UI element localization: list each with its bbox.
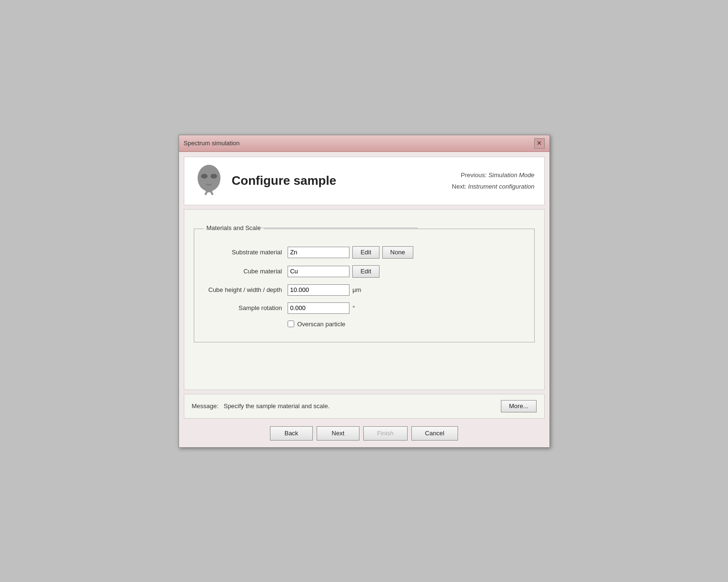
svg-line-5	[211, 191, 213, 195]
form-grid: Substrate material Edit None Cube materi…	[209, 246, 520, 328]
substrate-label: Substrate material	[209, 249, 282, 256]
substrate-edit-button[interactable]: Edit	[352, 246, 379, 259]
header-panel: Configure sample Previous: Simulation Mo…	[184, 157, 545, 205]
previous-label: Previous:	[461, 171, 487, 179]
rotation-unit: °	[352, 304, 355, 311]
bottom-buttons: Back Next Finish Cancel	[184, 422, 545, 442]
overscan-controls: Overscan particle	[288, 321, 519, 328]
cube-material-edit-button[interactable]: Edit	[352, 265, 379, 278]
next-value: Instrument configuration	[468, 183, 534, 190]
svg-point-0	[198, 165, 220, 191]
previous-value: Simulation Mode	[489, 171, 535, 179]
materials-section: Materials and Scale Substrate material E…	[194, 229, 535, 342]
window-title: Spectrum simulation	[184, 140, 240, 147]
content-panel: Materials and Scale Substrate material E…	[184, 209, 545, 390]
cancel-button[interactable]: Cancel	[411, 426, 458, 441]
finish-button[interactable]: Finish	[363, 426, 408, 441]
more-button[interactable]: More...	[501, 400, 536, 412]
substrate-controls: Edit None	[288, 246, 519, 259]
cube-dim-unit: μm	[352, 286, 361, 293]
spectrum-simulation-window: Spectrum simulation ✕ Configure sample	[179, 135, 550, 448]
message-panel: Message: Specify the sample material and…	[184, 394, 545, 419]
cube-material-input[interactable]	[288, 266, 349, 277]
substrate-input[interactable]	[288, 247, 349, 258]
cube-material-controls: Edit	[288, 265, 519, 278]
rotation-input[interactable]	[288, 302, 349, 314]
rotation-label: Sample rotation	[209, 304, 282, 311]
overscan-checkbox[interactable]	[288, 321, 294, 327]
close-button[interactable]: ✕	[534, 138, 545, 149]
rotation-controls: °	[288, 302, 519, 314]
section-legend: Materials and Scale	[204, 224, 264, 231]
window-body: Configure sample Previous: Simulation Mo…	[179, 152, 549, 447]
message-content: Specify the sample material and scale.	[224, 402, 330, 410]
message-prefix: Message:	[192, 402, 219, 410]
cube-material-label: Cube material	[209, 268, 282, 275]
svg-line-4	[205, 191, 207, 195]
svg-point-2	[210, 174, 217, 179]
previous-nav: Previous: Simulation Mode	[452, 170, 534, 181]
page-title: Configure sample	[232, 173, 337, 188]
cube-dim-input[interactable]	[288, 284, 349, 296]
header-left: Configure sample	[194, 164, 337, 198]
next-button[interactable]: Next	[317, 426, 359, 441]
svg-point-1	[201, 174, 208, 179]
header-nav: Previous: Simulation Mode Next: Instrume…	[452, 170, 534, 192]
cube-dim-label: Cube height / width / depth	[209, 286, 282, 293]
substrate-none-button[interactable]: None	[382, 246, 413, 259]
next-label: Next:	[452, 183, 466, 190]
message-text: Message: Specify the sample material and…	[192, 402, 330, 410]
overscan-label: Overscan particle	[297, 321, 345, 328]
back-button[interactable]: Back	[270, 426, 313, 441]
alien-icon	[194, 164, 224, 198]
next-nav: Next: Instrument configuration	[452, 181, 534, 192]
cube-dim-controls: μm	[288, 284, 519, 296]
title-bar: Spectrum simulation ✕	[179, 135, 549, 152]
